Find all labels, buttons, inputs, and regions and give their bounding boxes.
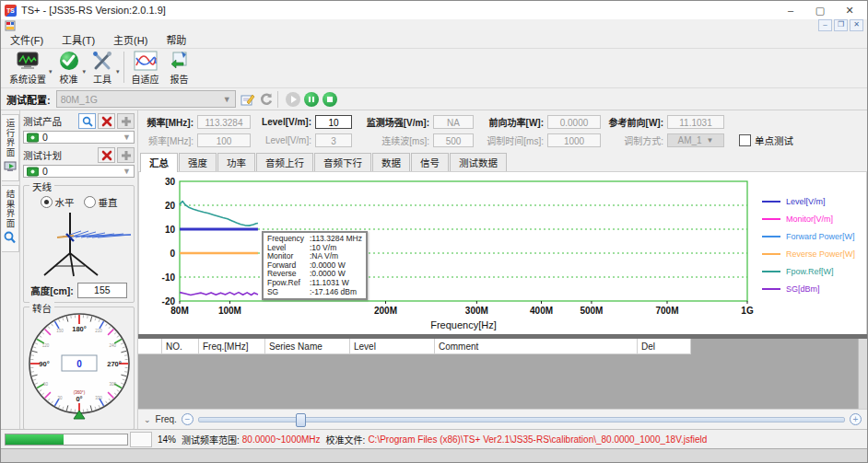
tab-2[interactable]: 强度: [179, 153, 217, 171]
side-tab-run[interactable]: 运行界面: [2, 114, 19, 181]
toolbar-button-5[interactable]: 报告: [164, 50, 195, 87]
svg-text:330: 330: [95, 396, 102, 400]
delete-product-button[interactable]: [98, 113, 115, 129]
polarization-horizontal-radio[interactable]: 水平: [41, 195, 75, 209]
refresh-button[interactable]: [259, 92, 274, 107]
table-header-cell[interactable]: Series Name: [265, 339, 350, 354]
search-product-button[interactable]: [78, 113, 96, 129]
mdi-minimize-button[interactable]: –: [818, 19, 832, 31]
svg-text:300M: 300M: [465, 306, 488, 316]
svg-text:1G: 1G: [741, 306, 754, 316]
chart-area[interactable]: 3020100-10-2080M100M200M300M400M500M700M…: [139, 172, 755, 334]
table-header-cell[interactable]: [138, 339, 162, 354]
table-header-cell[interactable]: Freq.[MHz]: [199, 339, 265, 354]
tab-1[interactable]: 汇总: [140, 153, 178, 172]
edit-config-button[interactable]: [240, 92, 255, 107]
add-plan-button[interactable]: [117, 147, 135, 163]
svg-text:0°: 0°: [76, 395, 82, 403]
system-settings-icon: [16, 51, 40, 71]
dropdown-arrow-icon[interactable]: ▾: [116, 68, 120, 75]
add-product-button[interactable]: [117, 113, 135, 129]
run-view-icon: [4, 160, 17, 177]
tab-5[interactable]: 音频下行: [314, 153, 371, 171]
dropdown-arrow-icon[interactable]: ▾: [83, 68, 87, 75]
chevron-down-icon[interactable]: ⌄: [144, 415, 151, 424]
menu-item[interactable]: 帮助: [157, 32, 195, 47]
test-plan-select[interactable]: 0 ▼: [23, 165, 135, 178]
tab-3[interactable]: 功率: [217, 153, 255, 171]
config-row: 测试配置: 80M_1G ▼: [1, 88, 867, 110]
table-header-cell[interactable]: NO.: [162, 339, 199, 354]
table-header-cell[interactable]: Del: [638, 339, 691, 354]
param-select[interactable]: AM_1▼: [667, 133, 724, 147]
tooltip-row: SG:-17.146 dBm: [267, 288, 362, 297]
tab-4[interactable]: 音频上行: [256, 153, 313, 171]
svg-text:400M: 400M: [530, 306, 553, 316]
chart-tooltip: Frequency:113.3284 MHzLevel:10 V/mMonito…: [262, 231, 368, 300]
menu-item[interactable]: 文件(F): [1, 32, 53, 47]
legend-item: Level[V/m]: [755, 192, 866, 210]
minimize-button[interactable]: –: [784, 5, 797, 17]
chevron-down-icon: ▼: [123, 167, 131, 176]
table-header-cell[interactable]: Comment: [435, 339, 638, 354]
zoom-out-icon[interactable]: −: [182, 413, 194, 425]
param-value: 100: [217, 136, 232, 146]
param-label: 频率[MHz]:: [142, 115, 197, 129]
legend-line-swatch: [762, 218, 780, 220]
pause-button[interactable]: [304, 92, 319, 107]
param-label: 连续波[ms]:: [358, 133, 433, 147]
stop-button[interactable]: [323, 92, 337, 107]
svg-text:0: 0: [170, 249, 175, 259]
tab-7[interactable]: 信号: [411, 153, 449, 171]
mdi-close-button[interactable]: ✕: [850, 19, 863, 31]
mdi-restore-button[interactable]: ❐: [834, 19, 848, 31]
tab-strip: 汇总强度功率音频上行音频下行数据信号测试数据: [138, 153, 867, 171]
test-product-label: 测试产品: [23, 114, 76, 128]
legend-label: Monitor[V/m]: [786, 214, 833, 224]
side-tab-strip: 运行界面结果界面: [1, 110, 20, 429]
svg-text:-10: -10: [162, 272, 176, 283]
close-button[interactable]: ✕: [843, 5, 856, 17]
tab-8[interactable]: 测试数据: [450, 153, 507, 171]
legend-line-swatch: [762, 236, 780, 237]
table-header-cell[interactable]: Level: [350, 339, 435, 354]
start-button[interactable]: [286, 92, 300, 107]
svg-text:240: 240: [109, 343, 116, 348]
single-point-checkbox[interactable]: 单点测试: [739, 133, 793, 147]
param-label: 调制时间[ms]:: [479, 133, 547, 147]
toolbar-button-1[interactable]: 系统设置: [5, 50, 51, 87]
param-label: 调制方式:: [606, 133, 667, 147]
antenna-height-input[interactable]: 155: [77, 283, 127, 298]
maximize-button[interactable]: ▢: [814, 5, 827, 17]
turntable-dial[interactable]: 180°210240270°3003300°306090°120150(360°…: [25, 309, 134, 425]
svg-text:210: 210: [95, 329, 102, 333]
param-input: 1000: [547, 133, 601, 147]
toolbar-button-3[interactable]: 工具: [87, 50, 118, 87]
test-config-select[interactable]: 80M_1G ▼: [56, 90, 236, 108]
side-tab-result[interactable]: 结果界面: [2, 185, 19, 252]
param-input[interactable]: 10: [315, 115, 352, 129]
calibration-file-path: C:\Program Files (x86)\TS+ Ver2.1\JS35-R…: [368, 434, 707, 445]
menu-item[interactable]: 主页(H): [104, 32, 157, 47]
test-product-select[interactable]: 0 ▼: [23, 131, 135, 144]
menu-item[interactable]: 工具(T): [53, 32, 104, 47]
report-icon: [169, 51, 191, 71]
polarization-vertical-radio[interactable]: 垂直: [84, 195, 118, 209]
toolbar-button-2[interactable]: 校准: [53, 50, 85, 87]
freq-slider-thumb[interactable]: [296, 413, 306, 427]
zoom-in-icon[interactable]: +: [850, 413, 862, 425]
tab-6[interactable]: 数据: [372, 153, 410, 171]
toolbar-separator: [123, 52, 124, 83]
freq-slider-track[interactable]: [198, 417, 845, 422]
param-value: 500: [446, 136, 462, 146]
table-scrollbar[interactable]: [858, 339, 867, 409]
param-value: 11.1031: [679, 118, 711, 128]
legend-item: Monitor[V/m]: [755, 210, 866, 227]
app-icon: TS: [5, 5, 17, 17]
delete-plan-button[interactable]: [98, 147, 115, 163]
dropdown-arrow-icon[interactable]: ▾: [49, 68, 53, 75]
antenna-graphic: [28, 209, 135, 277]
status-bar: 14% 测试频率范围: 80.0000~1000MHz 校准文件: C:\Pro…: [1, 429, 867, 448]
menu-bar: 文件(F)工具(T)主页(H)帮助: [1, 31, 867, 49]
toolbar-button-4[interactable]: 自适应: [127, 50, 164, 87]
